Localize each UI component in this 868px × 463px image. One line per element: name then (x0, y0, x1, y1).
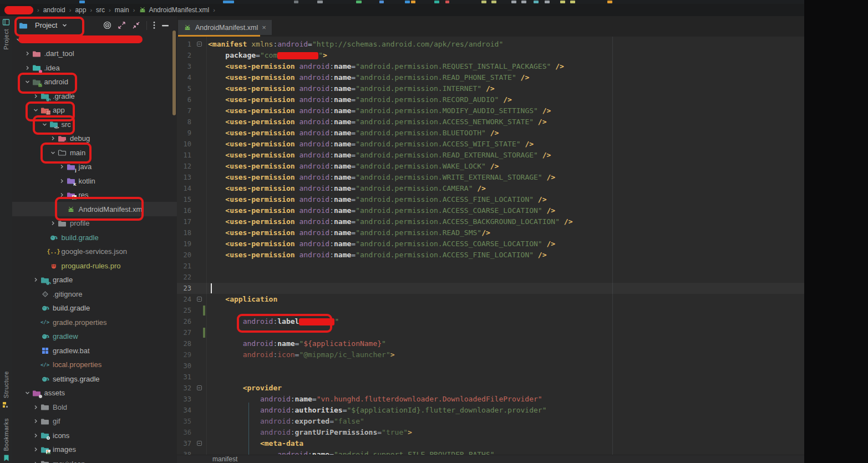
tree-item-debug[interactable]: debug (12, 131, 177, 146)
code-line-3[interactable]: 3 <uses-permission android:name="android… (177, 61, 804, 72)
code-line-33[interactable]: 33 android:name="vn.hunghd.flutterdownlo… (177, 394, 804, 405)
code-line-1[interactable]: 1−<manifest xmlns:android="http://schema… (177, 39, 804, 50)
tool-window-button-bookmarks[interactable]: Bookmarks (0, 418, 12, 462)
toolbar-icon-16[interactable] (560, 1, 565, 3)
tree-item-app[interactable]: app (12, 103, 177, 118)
chevron-down-icon[interactable] (24, 79, 31, 85)
chevron-right-icon[interactable] (59, 164, 65, 170)
code-line-28[interactable]: 28 android:name="${applicationName}" (177, 338, 804, 349)
tree-item-settings.gradle[interactable]: settings.gradle (12, 372, 177, 386)
tree-item-gradlew[interactable]: gradlew (12, 329, 177, 344)
chevron-right-icon[interactable] (33, 446, 39, 452)
toolbar-icon-11[interactable] (491, 1, 496, 3)
tree-item-.idea[interactable]: .idea (12, 60, 177, 75)
project-panel-title[interactable]: Project (35, 21, 57, 29)
code-line-24[interactable]: 24− <application (177, 294, 804, 305)
tree-item-kotlin[interactable]: Kkotlin (12, 174, 177, 188)
toolbar-icon-1[interactable] (223, 1, 234, 3)
toolbar-icon-18[interactable] (607, 1, 612, 3)
chevron-down-icon[interactable] (24, 390, 31, 396)
breadcrumb-item-main[interactable]: main (115, 6, 129, 14)
breadcrumb-item-android[interactable]: android (43, 6, 65, 14)
tree-item-icons[interactable]: icons (12, 428, 177, 442)
breadcrumb-item-androidmanifest.xml[interactable]: AndroidManifest.xml (139, 6, 209, 14)
tree-item-Bold[interactable]: Bold (12, 400, 177, 414)
tree-item-movixIcon[interactable]: movixIcon (12, 456, 177, 463)
tree-item-gif[interactable]: gif (12, 414, 177, 429)
fold-marker[interactable]: − (197, 297, 202, 302)
tree-item-java[interactable]: jjava (12, 160, 177, 174)
code-line-4[interactable]: 4 <uses-permission android:name="android… (177, 72, 804, 83)
tree-item-google-services.json[interactable]: {..}google-services.json (12, 245, 177, 259)
chevron-right-icon[interactable] (59, 192, 65, 198)
toolbar-icon-5[interactable] (379, 1, 384, 3)
chevron-right-icon[interactable] (24, 50, 31, 57)
breadcrumb-item-app[interactable]: app (75, 6, 86, 14)
toolbar-icon-6[interactable] (405, 1, 410, 3)
tree-item-root-redacted[interactable] (12, 32, 177, 47)
tree-item-.gitignore[interactable]: .gitignore (12, 287, 177, 301)
chevron-right-icon[interactable] (50, 135, 56, 141)
code-line-23[interactable]: 23 (177, 283, 804, 294)
code-line-6[interactable]: 6 <uses-permission android:name="android… (177, 94, 804, 105)
code-line-8[interactable]: 8 <uses-permission android:name="android… (177, 116, 804, 128)
toolbar-icon-7[interactable] (411, 1, 415, 3)
toolbar-icon-4[interactable] (356, 1, 362, 3)
code-line-5[interactable]: 5 <uses-permission android:name="android… (177, 83, 804, 94)
tab-androidmanifest[interactable]: AndroidManifest.xml × (178, 20, 272, 35)
toolbar-icon-13[interactable] (521, 1, 526, 3)
tree-item-build.gradle[interactable]: build.gradle (12, 301, 177, 316)
toolbar-icon-12[interactable] (511, 1, 516, 3)
toolbar-icon-15[interactable] (545, 1, 550, 3)
code-line-29[interactable]: 29 android:icon="@mipmap/ic_launcher"> (177, 349, 804, 360)
code-line-12[interactable]: 12 <uses-permission android:name="androi… (177, 161, 804, 172)
tree-item-build.gradle[interactable]: build.gradle (12, 230, 177, 245)
code-line-15[interactable]: 15 <uses-permission android:name="androi… (177, 194, 804, 205)
toolbar-icon-2[interactable] (294, 1, 298, 3)
code-line-36[interactable]: 36 android:grantUriPermissions="true"> (177, 427, 804, 438)
collapse-all-icon[interactable] (132, 21, 140, 29)
tree-item-AndroidManifest.xml[interactable]: AndroidManifest.xml (12, 202, 177, 216)
code-line-21[interactable]: 21 (177, 261, 804, 272)
chevron-right-icon[interactable] (59, 178, 65, 184)
code-line-17[interactable]: 17 <uses-permission android:name="androi… (177, 216, 804, 227)
chevron-down-icon[interactable] (50, 150, 56, 156)
tool-window-button-structure[interactable]: Structure (0, 371, 12, 409)
chevron-right-icon[interactable] (33, 461, 39, 463)
code-line-35[interactable]: 35 android:exported="false" (177, 416, 804, 427)
tree-item-res[interactable]: res (12, 188, 177, 202)
tree-item-profile[interactable]: profile (12, 216, 177, 231)
chevron-right-icon[interactable] (24, 65, 31, 71)
chevron-right-icon[interactable] (33, 418, 39, 424)
chevron-down-icon[interactable] (42, 121, 48, 128)
code-editor[interactable]: 1−<manifest xmlns:android="http://schema… (177, 37, 804, 455)
code-line-20[interactable]: 20 <uses-permission android:name="androi… (177, 250, 804, 261)
tree-item-local.properties[interactable]: </>local.properties (12, 358, 177, 372)
tree-item-.gradle[interactable]: .gradle (12, 89, 177, 103)
tree-item-main[interactable]: main (12, 145, 177, 160)
toolbar-icon-14[interactable] (534, 1, 539, 3)
tree-item-gradle.properties[interactable]: </>gradle.properties (12, 315, 177, 329)
breadcrumb-item-src[interactable]: src (96, 6, 105, 14)
code-line-31[interactable]: 31 (177, 372, 804, 383)
breadcrumb-item-redacted[interactable] (4, 6, 33, 14)
hide-panel-icon[interactable] (161, 22, 169, 29)
code-line-16[interactable]: 16 <uses-permission android:name="androi… (177, 205, 804, 216)
toolbar-icon-8[interactable] (434, 1, 439, 3)
tree-item-.dart_tool[interactable]: .dart_tool (12, 47, 177, 61)
tree-item-proguard-rules.pro[interactable]: proguard-rules.pro (12, 258, 177, 273)
tool-window-button-project[interactable]: Project (0, 18, 12, 50)
more-vertical-icon[interactable] (153, 21, 155, 29)
code-line-37[interactable]: 37− <meta-data (177, 438, 804, 449)
tree-item-gradlew.bat[interactable]: gradlew.bat (12, 343, 177, 358)
chevron-right-icon[interactable] (50, 220, 56, 226)
code-line-7[interactable]: 7 <uses-permission android:name="android… (177, 105, 804, 116)
code-line-10[interactable]: 10 <uses-permission android:name="androi… (177, 139, 804, 150)
fold-marker[interactable]: − (197, 42, 202, 47)
chevron-down-icon[interactable] (16, 37, 22, 43)
code-line-14[interactable]: 14 <uses-permission android:name="androi… (177, 183, 804, 194)
tree-item-images[interactable]: images (12, 442, 177, 457)
code-line-30[interactable]: 30 (177, 360, 804, 372)
toolbar-icon-17[interactable] (570, 1, 575, 3)
expand-all-icon[interactable] (118, 21, 126, 29)
